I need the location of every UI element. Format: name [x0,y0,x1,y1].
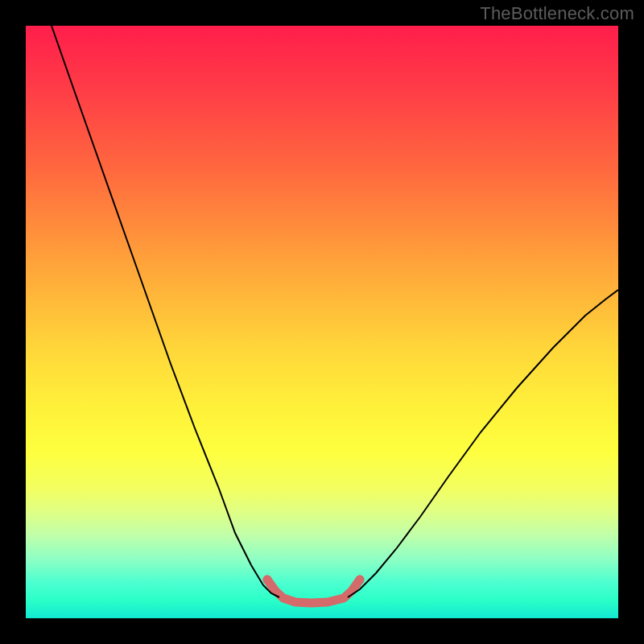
series-floor-marker [267,580,360,603]
plot-area [26,26,618,618]
curves-svg [26,26,618,618]
floor-marker-end-0 [263,576,272,584]
watermark-label: TheBottleneck.com [480,3,634,24]
series-right-curve [348,290,618,597]
chart-frame: TheBottleneck.com [0,0,644,644]
series-left-curve [52,26,279,597]
floor-marker-end-1 [356,576,365,584]
